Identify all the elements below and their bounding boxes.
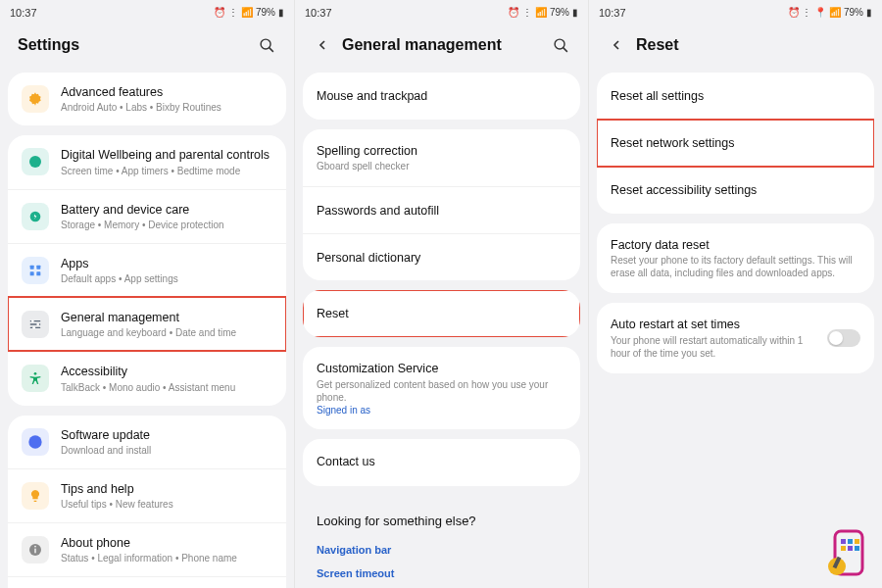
item-title: Digital Wellbeing and parental controls [61,147,272,163]
list-item[interactable]: About phoneStatus • Legal information • … [8,522,286,576]
apps-icon [22,257,49,284]
item-link[interactable]: Signed in as [317,405,566,416]
looking-for-section: Looking for something else? Navigation b… [303,496,580,589]
back-icon[interactable] [607,35,626,55]
item-title: Factory data reset [611,237,860,253]
status-bar: 10:37 ⏰ ⋮ 📍 📶 79% ▮ [589,0,882,22]
gm-header: General management [303,22,580,73]
item-subtitle: Gboard spell checker [317,160,566,172]
list-item[interactable]: Battery and device careStorage • Memory … [8,189,286,243]
status-icons: ⏰ ⋮ 📶 79% ▮ [508,7,578,18]
reset-panel: 10:37 ⏰ ⋮ 📍 📶 79% ▮ Reset Reset all sett… [588,0,882,588]
item-subtitle: TalkBack • Mono audio • Assistant menu [61,381,272,394]
svg-point-15 [34,372,37,375]
list-item[interactable]: Advanced featuresAndroid Auto • Labs • B… [8,73,286,125]
item-title: Tips and help [61,481,272,497]
list-item[interactable]: Reset [303,290,580,337]
status-time: 10:37 [305,7,332,19]
settings-card: Spelling correctionGboard spell checkerP… [303,129,580,280]
item-subtitle: Your phone will restart automatically wi… [611,334,819,360]
tips-icon [22,482,49,510]
svg-line-1 [269,47,272,51]
svg-point-14 [32,326,35,329]
item-title: Reset accessibility settings [611,182,860,198]
item-title: Mouse and trackpad [317,88,566,104]
svg-line-23 [563,47,566,51]
status-icons: ⏰ ⋮ 📶 79% ▮ [214,7,284,18]
suggestion-link[interactable]: Navigation bar [317,538,566,562]
settings-card: Reset all settingsReset network settings… [597,73,874,214]
settings-card: Factory data resetReset your phone to it… [597,223,874,293]
svg-rect-18 [34,549,35,554]
suggestion-link[interactable]: Screen timeout [317,562,566,585]
list-item[interactable]: Passwords and autofill [303,186,580,233]
list-item[interactable]: Software updateDownload and install [8,416,286,468]
svg-point-3 [29,156,41,168]
list-item[interactable]: Contact us [303,439,580,486]
item-title: Reset [317,306,566,321]
item-title: Reset network settings [611,135,860,151]
settings-card: Mouse and trackpad [303,73,580,120]
item-title: Customization Service [317,361,566,376]
item-title: Auto restart at set times [611,317,819,332]
settings-card: Digital Wellbeing and parental controlsS… [8,135,286,405]
page-title: Settings [18,36,257,54]
item-subtitle: Language and keyboard • Date and time [61,326,272,339]
update-icon [22,428,49,456]
search-icon[interactable] [551,35,570,55]
toggle-switch[interactable] [827,329,860,347]
settings-panel: 10:37 ⏰ ⋮ 📶 79% ▮ Settings Advanced feat… [0,0,294,588]
page-title: General management [342,36,551,54]
settings-card: Software updateDownload and installTips … [8,416,286,589]
suggestion-link[interactable]: Font size and style [317,585,566,589]
item-title: Reset all settings [611,88,860,104]
list-item[interactable]: Customization ServiceGet personalized co… [303,347,580,428]
list-item[interactable]: Reset accessibility settings [597,167,874,214]
item-title: Spelling correction [317,143,566,159]
settings-card: Contact us [303,439,580,486]
list-item[interactable]: Tips and helpUseful tips • New features [8,468,286,522]
list-item[interactable]: AccessibilityTalkBack • Mono audio • Ass… [8,351,286,405]
svg-point-12 [31,319,34,322]
svg-point-22 [555,39,564,49]
general-icon [22,311,49,338]
list-item[interactable]: General managementLanguage and keyboard … [8,297,286,351]
item-subtitle: Storage • Memory • Device protection [61,219,272,231]
search-icon[interactable] [257,35,276,55]
list-item[interactable]: Reset all settings [597,73,874,120]
list-item[interactable]: Mouse and trackpad [303,73,580,120]
settings-card: Auto restart at set timesYour phone will… [597,303,874,372]
status-icons: ⏰ ⋮ 📍 📶 79% ▮ [788,7,872,18]
settings-card: Advanced featuresAndroid Auto • Labs • B… [8,73,286,125]
list-item[interactable]: AppsDefault apps • App settings [8,243,286,297]
list-item[interactable]: Auto restart at set timesYour phone will… [597,303,874,372]
item-title: Advanced features [61,84,272,100]
list-item[interactable]: Factory data resetReset your phone to it… [597,223,874,293]
gear-icon [22,85,49,113]
item-subtitle: Reset your phone to its factory default … [611,254,860,279]
item-subtitle: Download and install [61,444,272,457]
svg-rect-8 [36,271,40,275]
svg-rect-6 [36,266,40,270]
svg-point-16 [28,435,41,448]
svg-rect-5 [30,266,34,270]
item-subtitle: Default apps • App settings [61,272,272,285]
settings-card: Customization ServiceGet personalized co… [303,347,580,428]
list-item[interactable]: Reset network settings [597,120,874,167]
item-subtitle: Useful tips • New features [61,498,272,511]
status-bar: 10:37 ⏰ ⋮ 📶 79% ▮ [295,0,588,22]
list-item[interactable]: Developer optionsDeveloper options [8,576,286,588]
looking-heading: Looking for something else? [303,496,580,538]
svg-point-19 [34,546,36,548]
list-item[interactable]: Personal dictionary [303,233,580,280]
item-title: Contact us [317,454,566,469]
svg-point-0 [261,39,270,49]
battery-icon [22,203,49,230]
list-item[interactable]: Spelling correctionGboard spell checker [303,129,580,186]
back-icon[interactable] [313,35,332,55]
general-management-panel: 10:37 ⏰ ⋮ 📶 79% ▮ General management Mou… [294,0,588,588]
svg-point-13 [36,323,39,326]
list-item[interactable]: Digital Wellbeing and parental controlsS… [8,135,286,188]
item-title: Apps [61,256,272,271]
item-title: General management [61,310,272,325]
